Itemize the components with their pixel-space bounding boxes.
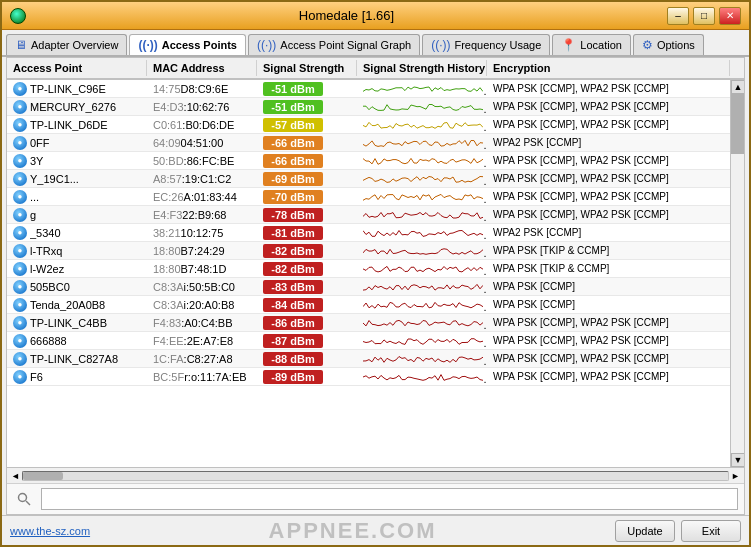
minimize-button[interactable]: – [667,7,689,25]
update-button[interactable]: Update [615,520,675,542]
cell-ap-0: ● TP-LINK_C96E [7,81,147,97]
cell-enc-2: WPA PSK [CCMP], WPA2 PSK [CCMP] [487,118,730,131]
app-icon [10,8,26,24]
tab-options[interactable]: ⚙ Options [633,34,704,55]
cell-mac-13: F4:83:A0:C4:BB [147,316,257,330]
cell-history-13 [357,314,487,332]
ap-icon-8: ● [13,226,27,240]
ap-icon-7: ● [13,208,27,222]
scrollbar-x-thumb[interactable] [23,472,63,480]
vertical-scrollbar[interactable]: ▲ ▼ [730,80,744,467]
table-row[interactable]: ● TP-LINK_C96E 14:75D8:C9:6E -51 dBm WPA… [7,80,730,98]
cell-ap-11: ● 505BC0 [7,279,147,295]
table-row[interactable]: ● 0FF 64:0904:51:00 -66 dBm WPA2 PSK [CC… [7,134,730,152]
cell-history-2 [357,116,487,134]
table-row[interactable]: ● TP-LINK_C4BB F4:83:A0:C4:BB -86 dBm WP… [7,314,730,332]
cell-enc-13: WPA PSK [CCMP], WPA2 PSK [CCMP] [487,316,730,329]
ap-icon-1: ● [13,100,27,114]
wifi-icon-ap: ((·)) [138,38,157,52]
cell-signal-16: -89 dBm [257,369,357,385]
cell-signal-13: -86 dBm [257,315,357,331]
signal-badge-16: -89 dBm [263,370,323,384]
table-row[interactable]: ● ... EC:26A:01:83:44 -70 dBm WPA PSK [C… [7,188,730,206]
cell-history-4 [357,152,487,170]
signal-badge-2: -57 dBm [263,118,323,132]
table-row[interactable]: ● Y_19C1... A8:57:19:C1:C2 -69 dBm WPA P… [7,170,730,188]
cell-enc-1: WPA PSK [CCMP], WPA2 PSK [CCMP] [487,100,730,113]
cell-enc-5: WPA PSK [CCMP], WPA2 PSK [CCMP] [487,172,730,185]
cell-history-7 [357,206,487,224]
header-mac: MAC Address [147,60,257,76]
scroll-right-button[interactable]: ► [729,471,742,481]
scrollbar-x-track[interactable] [22,471,729,481]
tab-location[interactable]: 📍 Location [552,34,631,55]
cell-mac-7: E4:F322:B9:68 [147,208,257,222]
scroll-thumb[interactable] [731,94,744,154]
scroll-left-button[interactable]: ◄ [9,471,22,481]
cell-history-9 [357,242,487,260]
table-row[interactable]: ● 666888 F4:EE:2E:A7:E8 -87 dBm WPA PSK … [7,332,730,350]
ap-icon-14: ● [13,334,27,348]
cell-ap-12: ● Tenda_20A0B8 [7,297,147,313]
scroll-up-button[interactable]: ▲ [731,80,744,94]
cell-signal-8: -81 dBm [257,225,357,241]
cell-history-14 [357,332,487,350]
cell-ap-2: ● TP-LINK_D6DE [7,117,147,133]
close-button[interactable]: ✕ [719,7,741,25]
cell-mac-4: 50:BD:86:FC:BE [147,154,257,168]
table-row[interactable]: ● TP-LINK_D6DE C0:61:B0:D6:DE -57 dBm WP… [7,116,730,134]
ap-icon-10: ● [13,262,27,276]
table-row[interactable]: ● F6 BC:5Fr:o:11:7A:EB -89 dBm WPA PSK [… [7,368,730,386]
window-controls: – □ ✕ [667,7,741,25]
cell-mac-14: F4:EE:2E:A7:E8 [147,334,257,348]
signal-badge-12: -84 dBm [263,298,323,312]
cell-enc-16: WPA PSK [CCMP], WPA2 PSK [CCMP] [487,370,730,383]
tab-frequency[interactable]: ((·)) Frequency Usage [422,34,550,55]
cell-enc-14: WPA PSK [CCMP], WPA2 PSK [CCMP] [487,334,730,347]
tab-access-points[interactable]: ((·)) Access Points [129,34,246,55]
cell-signal-11: -83 dBm [257,279,357,295]
cell-enc-6: WPA PSK [CCMP], WPA2 PSK [CCMP] [487,190,730,203]
cell-history-5 [357,170,487,188]
cell-ap-6: ● ... [7,189,147,205]
cell-history-12 [357,296,487,314]
monitor-icon: 🖥 [15,38,27,52]
exit-button[interactable]: Exit [681,520,741,542]
cell-history-10 [357,260,487,278]
ap-icon-2: ● [13,118,27,132]
tab-signal-graph[interactable]: ((·)) Access Point Signal Graph [248,34,420,55]
search-icon [13,488,35,510]
table-row[interactable]: ● g E4:F322:B9:68 -78 dBm WPA PSK [CCMP]… [7,206,730,224]
cell-signal-2: -57 dBm [257,117,357,133]
table-row[interactable]: ● 3Y 50:BD:86:FC:BE -66 dBm WPA PSK [CCM… [7,152,730,170]
table-row[interactable]: ● _5340 38:2110:12:75 -81 dBm WPA2 PSK [… [7,224,730,242]
cell-enc-4: WPA PSK [CCMP], WPA2 PSK [CCMP] [487,154,730,167]
table-scroll[interactable]: ● TP-LINK_C96E 14:75D8:C9:6E -51 dBm WPA… [7,80,730,467]
table-header: Access Point MAC Address Signal Strength… [7,58,744,80]
cell-signal-14: -87 dBm [257,333,357,349]
maximize-button[interactable]: □ [693,7,715,25]
table-row[interactable]: ● Tenda_20A0B8 C8:3Ai:20:A0:B8 -84 dBm W… [7,296,730,314]
table-row[interactable]: ● l-W2ez 18:80B7:48:1D -82 dBm WPA PSK [… [7,260,730,278]
tab-adapter[interactable]: 🖥 Adapter Overview [6,34,127,55]
horizontal-scrollbar-area: ◄ ► [7,467,744,483]
search-input[interactable] [41,488,738,510]
cell-mac-15: 1C:FA:C8:27:A8 [147,352,257,366]
table-row[interactable]: ● TP-LINK_C827A8 1C:FA:C8:27:A8 -88 dBm … [7,350,730,368]
table-row[interactable]: ● 505BC0 C8:3Ai:50:5B:C0 -83 dBm WPA PSK… [7,278,730,296]
ap-icon-16: ● [13,370,27,384]
ap-icon-6: ● [13,190,27,204]
cell-signal-9: -82 dBm [257,243,357,259]
header-history: Signal Strength History [357,60,487,76]
cell-mac-6: EC:26A:01:83:44 [147,190,257,204]
cell-signal-4: -66 dBm [257,153,357,169]
cell-ap-10: ● l-W2ez [7,261,147,277]
website-link[interactable]: www.the-sz.com [10,525,90,537]
svg-point-0 [19,494,27,502]
scroll-down-button[interactable]: ▼ [731,453,744,467]
table-row[interactable]: ● l-TRxq 18:80B7:24:29 -82 dBm WPA PSK [… [7,242,730,260]
cell-signal-3: -66 dBm [257,135,357,151]
table-row[interactable]: ● MERCURY_6276 E4:D3:10:62:76 -51 dBm WP… [7,98,730,116]
cell-signal-1: -51 dBm [257,99,357,115]
cell-ap-1: ● MERCURY_6276 [7,99,147,115]
